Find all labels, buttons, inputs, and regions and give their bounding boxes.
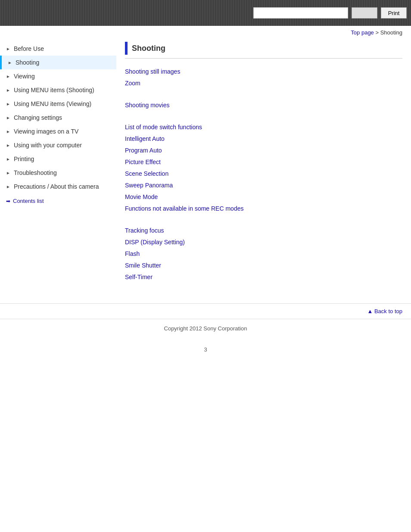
page-title: Shooting	[132, 44, 165, 53]
search-button[interactable]	[352, 7, 377, 19]
sidebar-item-label: Precautions / About this camera	[14, 183, 99, 190]
page-title-accent	[125, 42, 128, 55]
breadcrumb-top-page[interactable]: Top page	[351, 29, 374, 36]
sidebar-item-using-computer[interactable]: ►Using with your computer	[0, 138, 116, 152]
section-other: Tracking focusDISP (Display Setting)Flas…	[125, 226, 402, 282]
arrow-icon: ►	[6, 74, 10, 79]
sidebar-item-label: Using MENU items (Viewing)	[14, 100, 91, 107]
sidebar-item-label: Before Use	[14, 45, 44, 52]
arrow-right-icon: ➡	[6, 198, 10, 204]
content-link-2-2[interactable]: Program Auto	[125, 146, 402, 155]
breadcrumb: Top page > Shooting	[0, 26, 411, 37]
arrow-icon: ►	[6, 129, 10, 134]
contents-list-link[interactable]: ➡ Contents list	[0, 193, 116, 208]
sidebar-item-viewing[interactable]: ►Viewing	[0, 69, 116, 83]
sidebar: ►Before Use►Shooting►Viewing►Using MENU …	[0, 42, 116, 303]
content-link-3-3[interactable]: Smile Shutter	[125, 261, 402, 270]
arrow-icon: ►	[6, 184, 10, 189]
sidebar-item-before-use[interactable]: ►Before Use	[0, 42, 116, 56]
sidebar-item-precautions[interactable]: ►Precautions / About this camera	[0, 180, 116, 193]
section-movies: Shooting movies	[125, 101, 402, 110]
sidebar-item-shooting[interactable]: ►Shooting	[0, 56, 116, 69]
arrow-icon: ►	[8, 60, 12, 65]
sidebar-item-label: Using with your computer	[14, 142, 82, 149]
section-still-images: Shooting still imagesZoom	[125, 67, 402, 88]
arrow-icon: ►	[6, 157, 10, 162]
section-modes: List of mode switch functionsIntelligent…	[125, 123, 402, 213]
content-link-3-1[interactable]: DISP (Display Setting)	[125, 238, 402, 247]
sidebar-item-using-menu-shooting[interactable]: ►Using MENU items (Shooting)	[0, 83, 116, 97]
contents-list-label: Contents list	[13, 198, 44, 204]
sidebar-item-using-menu-viewing[interactable]: ►Using MENU items (Viewing)	[0, 97, 116, 111]
content-link-1-0[interactable]: Shooting movies	[125, 101, 402, 110]
arrow-icon: ►	[6, 143, 10, 148]
breadcrumb-separator: >	[374, 29, 380, 36]
sidebar-item-label: Viewing images on a TV	[14, 128, 78, 135]
sidebar-item-label: Using MENU items (Shooting)	[14, 87, 94, 93]
copyright: Copyright 2012 Sony Corporation	[164, 325, 247, 332]
arrow-icon: ►	[6, 47, 10, 51]
content-link-0-1[interactable]: Zoom	[125, 79, 402, 88]
sidebar-item-label: Troubleshooting	[14, 169, 57, 176]
content-link-2-7[interactable]: Functions not available in some REC mode…	[125, 204, 402, 213]
page-number: 3	[0, 338, 411, 361]
sidebar-item-printing[interactable]: ►Printing	[0, 152, 116, 166]
content-link-2-5[interactable]: Sweep Panorama	[125, 181, 402, 190]
content-link-3-0[interactable]: Tracking focus	[125, 226, 402, 235]
content-link-3-2[interactable]: Flash	[125, 249, 402, 258]
breadcrumb-current: Shooting	[380, 29, 402, 36]
arrow-icon: ►	[6, 102, 10, 106]
sidebar-item-label: Shooting	[16, 59, 39, 66]
content-link-0-0[interactable]: Shooting still images	[125, 67, 402, 76]
content-link-2-1[interactable]: Intelligent Auto	[125, 134, 402, 143]
content-link-2-6[interactable]: Movie Mode	[125, 193, 402, 202]
back-to-top[interactable]: ▲ Back to top	[0, 303, 411, 319]
content-link-2-0[interactable]: List of mode switch functions	[125, 123, 402, 132]
content-link-2-3[interactable]: Picture Effect	[125, 158, 402, 167]
sidebar-item-viewing-tv[interactable]: ►Viewing images on a TV	[0, 124, 116, 138]
search-input[interactable]	[253, 7, 348, 19]
arrow-icon: ►	[6, 171, 10, 175]
arrow-icon: ►	[6, 115, 10, 120]
footer: Copyright 2012 Sony Corporation	[0, 319, 411, 338]
page-title-bar: Shooting	[125, 42, 402, 59]
sidebar-item-label: Changing settings	[14, 114, 62, 121]
arrow-icon: ►	[6, 88, 10, 93]
content-link-2-4[interactable]: Scene Selection	[125, 169, 402, 178]
print-button[interactable]: Print	[381, 7, 407, 19]
sidebar-item-troubleshooting[interactable]: ►Troubleshooting	[0, 166, 116, 180]
header: Print	[0, 0, 411, 26]
content-area: Shooting Shooting still imagesZoomShooti…	[116, 42, 411, 303]
sidebar-item-changing-settings[interactable]: ►Changing settings	[0, 111, 116, 124]
main-layout: ►Before Use►Shooting►Viewing►Using MENU …	[0, 37, 411, 303]
sidebar-item-label: Printing	[14, 156, 34, 162]
content-link-3-4[interactable]: Self-Timer	[125, 273, 402, 282]
back-to-top-link[interactable]: ▲ Back to top	[367, 308, 402, 314]
sidebar-item-label: Viewing	[14, 73, 35, 80]
